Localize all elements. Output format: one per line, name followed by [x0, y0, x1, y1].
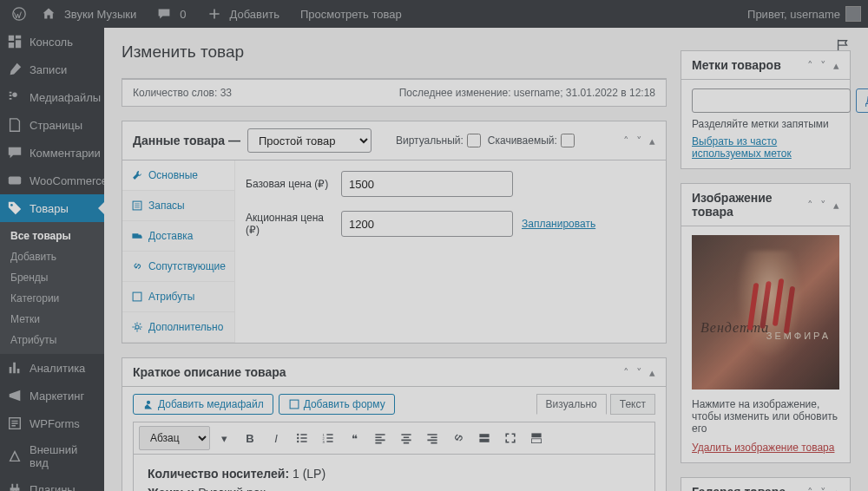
align-center-button[interactable]	[394, 426, 418, 450]
image-hint: Нажмите на изображение, чтобы изменить и…	[692, 398, 839, 435]
product-data-heading: Данные товара —	[133, 134, 240, 147]
sale-price-input[interactable]	[341, 211, 513, 237]
wordcount-box: Количество слов: 33 Последнее изменение:…	[122, 78, 667, 107]
sidebar-item-woocommerce[interactable]: WooCommerce	[0, 167, 104, 194]
toolbar-toggle-button[interactable]	[524, 426, 549, 450]
product-tags-box: Метки товаров ˄˅▴ Добавить Разделяйте ме…	[681, 50, 851, 169]
sidebar-item-console[interactable]: Консоль	[0, 28, 104, 56]
chevron-down-icon[interactable]: ˅	[820, 486, 826, 492]
submenu-attributes[interactable]: Атрибуты	[0, 330, 104, 350]
album-title-text: Вендетта	[700, 320, 769, 336]
tab-general[interactable]: Основные	[122, 160, 234, 191]
sidebar-item-marketing[interactable]: Маркетинг	[0, 382, 104, 409]
toggle-icon[interactable]: ▴	[833, 486, 839, 492]
product-type-select[interactable]: Простой товар	[247, 128, 372, 153]
editor-content[interactable]: Количество носителей: 1 (LP) Жанры: Русс…	[133, 454, 655, 491]
site-link[interactable]: Звуки Музыки	[36, 7, 147, 21]
toggle-icon[interactable]: ▴	[833, 59, 839, 72]
tab-advanced[interactable]: Дополнительно	[122, 312, 234, 343]
sidebar-item-appearance[interactable]: Внешний вид	[0, 437, 104, 475]
sidebar-item-pages[interactable]: Страницы	[0, 111, 104, 139]
svg-text:3: 3	[323, 440, 326, 444]
artist-text: ЗЕМФИРА	[766, 331, 831, 341]
word-count: Количество слов: 33	[133, 87, 232, 99]
chevron-up-icon[interactable]: ˄	[807, 199, 813, 212]
toggle-icon[interactable]: ▴	[833, 199, 839, 212]
add-form-button[interactable]: Добавить форму	[279, 394, 395, 415]
svg-point-1	[12, 93, 16, 97]
last-modified: Последнее изменение: username; 31.01.202…	[399, 87, 655, 99]
view-product-link[interactable]: Просмотреть товар	[295, 8, 407, 21]
product-image[interactable]: Вендетта ЗЕМФИРА	[692, 235, 839, 390]
align-left-button[interactable]	[368, 426, 392, 450]
chevron-down-icon[interactable]: ˅	[636, 366, 642, 379]
svg-rect-20	[531, 433, 541, 437]
toggle-icon[interactable]: ▴	[649, 134, 655, 147]
choose-popular-tags-link[interactable]: Выбрать из часто используемых меток	[692, 135, 792, 160]
chevron-down-icon[interactable]: ˅	[820, 59, 826, 72]
virtual-checkbox[interactable]	[467, 134, 481, 147]
svg-rect-18	[479, 434, 489, 437]
add-tag-button[interactable]: Добавить	[856, 88, 868, 113]
chevron-up-icon[interactable]: ˄	[807, 59, 813, 72]
more-button[interactable]	[472, 426, 496, 450]
align-right-button[interactable]	[420, 426, 444, 450]
numbered-button[interactable]: 123	[316, 426, 340, 450]
chevron-down-icon[interactable]: ˅	[820, 199, 826, 212]
product-image-box: Изображение товара ˄˅▴ Вендетта ЗЕМФИРА …	[681, 183, 851, 463]
chevron-down-icon[interactable]: ˅	[636, 134, 642, 147]
add-new-link[interactable]: Добавить	[202, 7, 290, 21]
submenu-add[interactable]: Добавить	[0, 246, 104, 267]
italic-button[interactable]: I	[264, 426, 288, 450]
avatar[interactable]	[845, 6, 861, 22]
bullets-button[interactable]	[290, 426, 314, 450]
tab-shipping[interactable]: Доставка	[122, 221, 234, 252]
sidebar-item-posts[interactable]: Записи	[0, 56, 104, 83]
toggle-icon[interactable]: ▴	[649, 366, 655, 379]
downloadable-checkbox[interactable]	[561, 134, 575, 147]
gallery-heading: Галерея товара	[692, 485, 807, 491]
chevron-up-icon[interactable]: ˄	[807, 486, 813, 492]
schedule-link[interactable]: Запланировать	[522, 218, 595, 230]
comments-link[interactable]: 0	[152, 7, 196, 21]
fullscreen-button[interactable]	[498, 426, 523, 450]
add-media-button[interactable]: Добавить медиафайл	[133, 394, 273, 415]
link-button[interactable]	[446, 426, 470, 450]
chevron-up-icon[interactable]: ˄	[623, 134, 629, 147]
svg-rect-11	[290, 400, 299, 409]
chevron-up-icon[interactable]: ˄	[623, 366, 629, 379]
submenu-categories[interactable]: Категории	[0, 288, 104, 309]
quote-button[interactable]: ❝	[342, 426, 366, 450]
bold-button[interactable]: B	[238, 426, 262, 450]
sidebar-item-products[interactable]: Товары	[0, 194, 104, 222]
submenu-all-products[interactable]: Все товары	[0, 226, 104, 246]
svg-rect-21	[531, 439, 541, 443]
svg-point-3	[10, 204, 13, 206]
regular-price-input[interactable]	[341, 171, 513, 197]
sidebar-item-plugins[interactable]: Плагины	[0, 475, 104, 491]
image-heading: Изображение товара	[692, 191, 807, 219]
tab-attributes[interactable]: Атрибуты	[122, 282, 234, 312]
product-gallery-box: Галерея товара ˄˅▴ Добавить картинки гал…	[681, 477, 851, 491]
sale-price-label: Акционная цена (₽)	[246, 212, 332, 236]
paragraph-select[interactable]: Абзац	[139, 426, 210, 450]
sidebar-item-media[interactable]: Медиафайлы	[0, 83, 104, 111]
greeting[interactable]: Привет, username	[747, 8, 840, 21]
tag-input[interactable]	[692, 88, 851, 113]
sidebar-item-comments[interactable]: Комментарии	[0, 139, 104, 167]
tags-heading: Метки товаров	[692, 58, 807, 72]
remove-image-link[interactable]: Удалить изображение товара	[692, 442, 834, 454]
svg-rect-2	[9, 177, 21, 185]
tab-linked[interactable]: Сопутствующие	[122, 252, 234, 282]
submenu-tags[interactable]: Метки	[0, 309, 104, 330]
dropdown-icon[interactable]: ▾	[212, 426, 236, 450]
submenu-brands[interactable]: Бренды	[0, 267, 104, 288]
tab-text[interactable]: Текст	[610, 394, 655, 415]
wp-logo[interactable]	[7, 7, 31, 21]
svg-point-12	[297, 434, 299, 435]
sidebar-item-wpforms[interactable]: WPForms	[0, 409, 104, 437]
tab-inventory[interactable]: Запасы	[122, 191, 234, 221]
tab-visual[interactable]: Визуально	[536, 394, 607, 415]
svg-rect-19	[479, 439, 489, 442]
sidebar-item-analytics[interactable]: Аналитика	[0, 354, 104, 382]
